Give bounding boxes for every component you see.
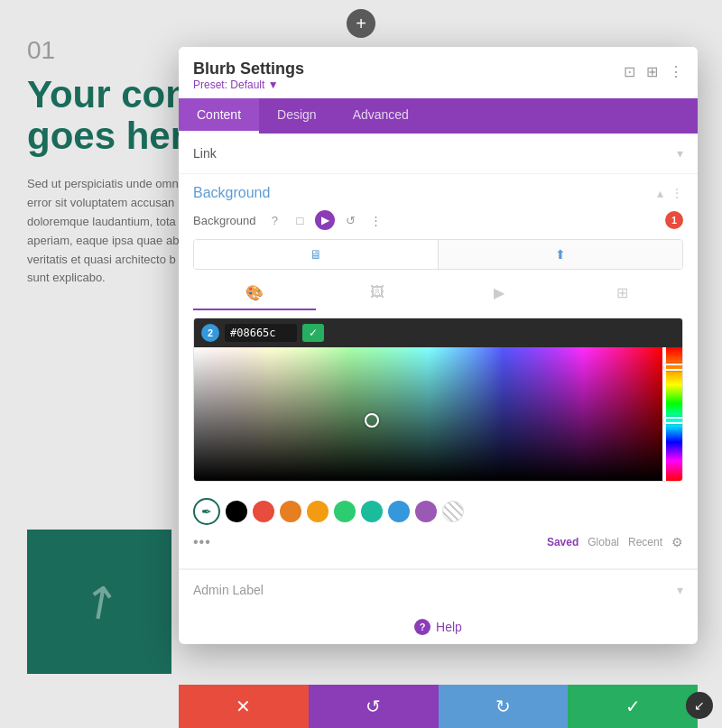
bg-chevron-up[interactable]: ▴ (657, 186, 663, 200)
device-tabs: 🖥 ⬆ (193, 239, 683, 270)
saved-tabs-row: ••• Saved Global Recent ⚙ (193, 532, 683, 558)
recent-tab[interactable]: Recent (628, 536, 662, 548)
bg-type-pattern[interactable]: ⊞ (560, 277, 683, 310)
color-swatches-row: ✒ (193, 491, 683, 532)
tab-design[interactable]: Design (259, 98, 335, 134)
background-section-title: Background (193, 185, 270, 201)
redo-button[interactable]: ↻ (439, 685, 569, 728)
more-swatches-button[interactable]: ••• (193, 534, 211, 550)
action-bar: ✕ ↺ ↻ ✓ (179, 685, 698, 728)
bg-more-icon[interactable]: ⋮ (671, 186, 683, 200)
saved-tab[interactable]: Saved (547, 536, 579, 548)
save-button[interactable]: ✓ (568, 685, 698, 728)
help-row[interactable]: ? Help (179, 610, 698, 644)
color-picker-thumb (365, 413, 379, 428)
panel-header-icons: ⊡ ⊞ ⋮ (624, 63, 683, 80)
swatch-teal[interactable] (361, 501, 383, 522)
device-tab-desktop[interactable]: 🖥 (194, 240, 439, 269)
color-settings-icon[interactable]: ⚙ (671, 535, 683, 549)
hue-thumb-bottom (664, 417, 682, 424)
settings-tabs: Content Design Advanced (179, 98, 698, 134)
panel-preset[interactable]: Preset: Default ▼ (193, 78, 304, 91)
fullscreen-icon[interactable]: ⊡ (624, 63, 635, 80)
device-tab-cursor[interactable]: ⬆ (439, 240, 682, 269)
link-label: Link (193, 146, 217, 161)
bg-help-icon[interactable]: ? (264, 210, 284, 230)
undo-button[interactable]: ↺ (309, 685, 439, 728)
bg-color-active-icon[interactable]: ▶ (315, 210, 335, 230)
hex-input-row: 2 ✓ (194, 318, 682, 347)
bg-options-icon[interactable]: ⋮ (366, 210, 385, 230)
bg-type-color[interactable]: 🎨 (193, 277, 316, 310)
bg-header-controls: ▴ ⋮ (657, 186, 683, 200)
swatch-red[interactable] (253, 501, 274, 522)
swatch-green[interactable] (334, 501, 356, 522)
swatch-striped[interactable] (442, 501, 464, 522)
background-controls-row: Background ? □ ▶ ↺ ⋮ 1 (193, 210, 683, 230)
hex-input[interactable] (225, 324, 297, 342)
color-picker: 2 ✓ (193, 318, 683, 482)
link-section[interactable]: Link ▾ (179, 134, 698, 174)
swatch-blue[interactable] (388, 501, 410, 522)
bg-reset-icon[interactable]: ↺ (340, 210, 360, 230)
more-options-icon[interactable]: ⋮ (669, 63, 683, 80)
bottom-right-icon[interactable]: ↙ (686, 692, 713, 719)
color-save-tabs: Saved Global Recent ⚙ (547, 535, 683, 549)
swatch-purple[interactable] (415, 501, 437, 522)
tab-content[interactable]: Content (179, 98, 259, 134)
global-tab[interactable]: Global (588, 536, 619, 548)
swatch-black[interactable] (226, 501, 247, 522)
bg-decorative-box: ↗ (27, 530, 171, 674)
panel-title: Blurb Settings (193, 60, 304, 78)
bg-arrow-icon: ↗ (69, 569, 130, 634)
columns-icon[interactable]: ⊞ (646, 63, 658, 80)
swatch-orange[interactable] (280, 501, 301, 522)
add-module-button[interactable]: + (347, 9, 375, 38)
background-section: Background ▴ ⋮ Background ? □ ▶ ↺ ⋮ 1 🖥 (179, 174, 698, 569)
saturation-brightness-canvas[interactable] (194, 347, 662, 481)
bg-type-tabs: 🎨 🖼 ▶ ⊞ (193, 277, 683, 310)
panel-title-area: Blurb Settings Preset: Default ▼ (193, 60, 304, 91)
bg-desktop-icon[interactable]: □ (290, 210, 310, 230)
bg-type-video[interactable]: ▶ (439, 277, 561, 310)
badge-2: 2 (201, 324, 219, 342)
help-label: Help (436, 620, 462, 634)
settings-panel: Blurb Settings Preset: Default ▼ ⊡ ⊞ ⋮ C… (179, 47, 698, 644)
hue-thumb-top (664, 364, 682, 371)
link-chevron-down: ▾ (677, 146, 683, 161)
admin-label-section[interactable]: Admin Label ▾ (179, 569, 698, 610)
tab-advanced[interactable]: Advanced (335, 98, 427, 134)
eyedropper-button[interactable]: ✒ (193, 498, 220, 525)
background-section-header: Background ▴ ⋮ (193, 185, 683, 201)
swatch-yellow[interactable] (307, 501, 329, 522)
admin-label-chevron: ▾ (677, 583, 683, 597)
color-picker-canvas-area[interactable] (194, 347, 682, 481)
panel-body: Link ▾ Background ▴ ⋮ Background ? □ ▶ ↺… (179, 134, 698, 644)
bg-type-image[interactable]: 🖼 (316, 277, 439, 310)
badge-1: 1 (665, 211, 683, 229)
background-row-label: Background (193, 214, 255, 227)
hex-confirm-button[interactable]: ✓ (302, 324, 324, 342)
admin-label-text: Admin Label (193, 583, 264, 597)
hue-slider[interactable] (666, 347, 682, 481)
panel-header: Blurb Settings Preset: Default ▼ ⊡ ⊞ ⋮ (179, 47, 698, 91)
help-icon: ? (414, 619, 430, 635)
cancel-button[interactable]: ✕ (179, 685, 309, 728)
